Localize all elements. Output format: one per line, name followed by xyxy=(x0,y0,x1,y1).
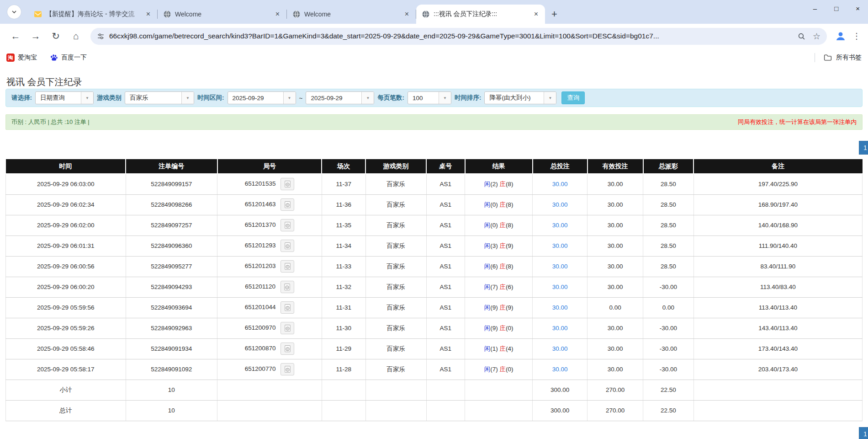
tab-close-icon[interactable]: × xyxy=(274,11,281,18)
sort-label: 时间排序: xyxy=(455,94,482,102)
sort-select[interactable]: 降幂(由大到小) ▼ xyxy=(484,91,556,104)
result-player-score: (6) xyxy=(490,263,498,270)
round-id: 651201535 xyxy=(245,180,276,187)
remark: 168.90/197.40 xyxy=(693,194,862,215)
tab-welcome-2[interactable]: Welcome × xyxy=(287,5,416,24)
tab-title: :::视讯 会员下注纪录::: xyxy=(434,10,529,18)
total-bet-link[interactable]: 30.00 xyxy=(552,242,568,249)
globe-favicon-icon xyxy=(422,10,430,18)
total-bet-link[interactable]: 30.00 xyxy=(552,304,568,311)
total-total-bet: 300.00 xyxy=(533,400,587,421)
result-cell: 闲(3) 庄(9) xyxy=(465,236,533,256)
search-button[interactable]: 查询 xyxy=(561,91,585,104)
round-id: 651201463 xyxy=(245,201,276,208)
tab-betrecord-active[interactable]: :::视讯 会员下注纪录::: × xyxy=(416,5,545,24)
window-minimize-button[interactable]: – xyxy=(813,5,817,12)
table-number: AS1 xyxy=(426,297,465,318)
payout: 28.50 xyxy=(643,256,694,277)
table-row: 2025-09-29 06:01:31522849096360651201293… xyxy=(6,236,863,256)
video-replay-button[interactable] xyxy=(281,363,294,375)
video-replay-button[interactable] xyxy=(281,240,294,252)
page-1-button[interactable]: 1 xyxy=(859,141,868,155)
video-replay-button[interactable] xyxy=(281,301,294,314)
site-info-icon[interactable] xyxy=(97,32,105,40)
payout: -30.00 xyxy=(643,277,694,297)
video-replay-button[interactable] xyxy=(281,178,294,190)
total-bet-link[interactable]: 30.00 xyxy=(552,222,568,229)
video-replay-button[interactable] xyxy=(281,219,294,231)
date-start-select[interactable]: 2025-09-29 ▼ xyxy=(228,91,296,104)
subtotal-row: 小计 10 300.00 270.00 22.50 xyxy=(6,380,863,400)
tab-welcome-1[interactable]: Welcome × xyxy=(158,5,286,24)
result-banker-score: (8) xyxy=(506,222,513,229)
tab-forum[interactable]: 【新提醒】海燕论坛 - 博学交流 × xyxy=(28,5,157,24)
total-bet-link[interactable]: 30.00 xyxy=(552,181,568,187)
browser-menu-icon[interactable]: ⋮ xyxy=(852,31,861,41)
subtotal-valid-bet: 270.00 xyxy=(587,380,643,400)
game-type-select[interactable]: 百家乐 ▼ xyxy=(125,91,194,104)
chevron-down-icon: ▼ xyxy=(81,92,93,104)
page-1-button[interactable]: 1 xyxy=(859,427,868,439)
result-player: 闲 xyxy=(484,263,491,270)
tab-search-button[interactable] xyxy=(7,5,21,19)
forward-button[interactable]: → xyxy=(27,28,44,44)
profile-icon[interactable] xyxy=(835,31,846,42)
payout: 0.00 xyxy=(643,297,694,318)
result-player-score: (7) xyxy=(490,366,498,373)
result-player-score: (9) xyxy=(490,325,498,332)
video-replay-button[interactable] xyxy=(281,198,294,211)
address-bar[interactable]: 66cxkj98.com/game/betrecord_search/kind3… xyxy=(90,28,827,45)
bookmark-aitaobao[interactable]: 淘 爱淘宝 xyxy=(6,54,37,62)
query-type-select[interactable]: 日期查询 ▼ xyxy=(35,91,94,104)
total-bet-link[interactable]: 30.00 xyxy=(552,325,568,332)
tab-close-icon[interactable]: × xyxy=(145,11,152,18)
url-text[interactable]: 66cxkj98.com/game/betrecord_search/kind3… xyxy=(109,32,793,40)
date-end-select[interactable]: 2025-09-29 ▼ xyxy=(306,91,374,104)
video-replay-button[interactable] xyxy=(281,343,294,355)
video-replay-button[interactable] xyxy=(281,322,294,334)
reload-button[interactable]: ↻ xyxy=(48,28,64,44)
currency-total-text: 币别 : 人民币 | 总共 :10 注单 | xyxy=(11,118,90,126)
film-icon xyxy=(284,324,291,332)
bet-records-table: 时间注单编号局号场次游戏类别桌号结果总投注有效投注总派彩备注 2025-09-2… xyxy=(5,159,863,421)
window-maximize-button[interactable]: □ xyxy=(834,5,838,12)
zoom-icon[interactable] xyxy=(798,32,805,40)
valid-bet: 30.00 xyxy=(587,174,643,194)
remark: 113.40/113.40 xyxy=(693,297,862,318)
window-close-button[interactable]: × xyxy=(856,5,860,12)
tab-close-icon[interactable]: × xyxy=(533,11,540,18)
bet-id: 522849098266 xyxy=(126,194,217,215)
subtotal-count: 10 xyxy=(126,380,217,400)
bookmarks-divider xyxy=(815,53,815,62)
result-banker: 庄 xyxy=(499,284,506,290)
home-button[interactable]: ⌂ xyxy=(68,28,84,44)
page-size-select[interactable]: 100 ▼ xyxy=(408,91,451,104)
remark: 173.40/143.40 xyxy=(693,338,862,359)
video-replay-button[interactable] xyxy=(281,260,294,273)
bet-id: 522849091934 xyxy=(126,338,217,359)
table-number: AS1 xyxy=(426,215,465,236)
table-body: 2025-09-29 06:03:00522849099157651201535… xyxy=(6,174,863,380)
total-bet-link[interactable]: 30.00 xyxy=(552,345,568,352)
bet-id: 522849099157 xyxy=(126,174,217,194)
video-replay-button[interactable] xyxy=(281,281,294,293)
total-bet-link[interactable]: 30.00 xyxy=(552,263,568,270)
tab-close-icon[interactable]: × xyxy=(403,11,410,18)
remark: 203.40/173.40 xyxy=(693,359,862,380)
back-button[interactable]: ← xyxy=(7,28,24,44)
remark: 197.40/225.90 xyxy=(693,174,862,194)
bookmarks-bar: 淘 爱淘宝 百度一下 所有书签 xyxy=(0,48,868,67)
total-bet-link[interactable]: 30.00 xyxy=(552,284,568,290)
total-bet-link[interactable]: 30.00 xyxy=(552,366,568,373)
result-banker: 庄 xyxy=(499,304,506,311)
all-bookmarks-button[interactable]: 所有书签 xyxy=(836,54,862,62)
new-tab-button[interactable]: + xyxy=(551,9,557,19)
bookmark-baidu[interactable]: 百度一下 xyxy=(50,54,87,62)
bet-time: 2025-09-29 05:58:46 xyxy=(6,338,126,359)
chevron-down-icon xyxy=(11,9,17,15)
total-bet-link[interactable]: 30.00 xyxy=(552,201,568,208)
round-id: 651201120 xyxy=(245,283,275,290)
game-type-value: 百家乐 xyxy=(125,92,181,104)
bookmark-star-icon[interactable]: ☆ xyxy=(813,31,820,42)
round-id: 651200870 xyxy=(245,345,276,352)
